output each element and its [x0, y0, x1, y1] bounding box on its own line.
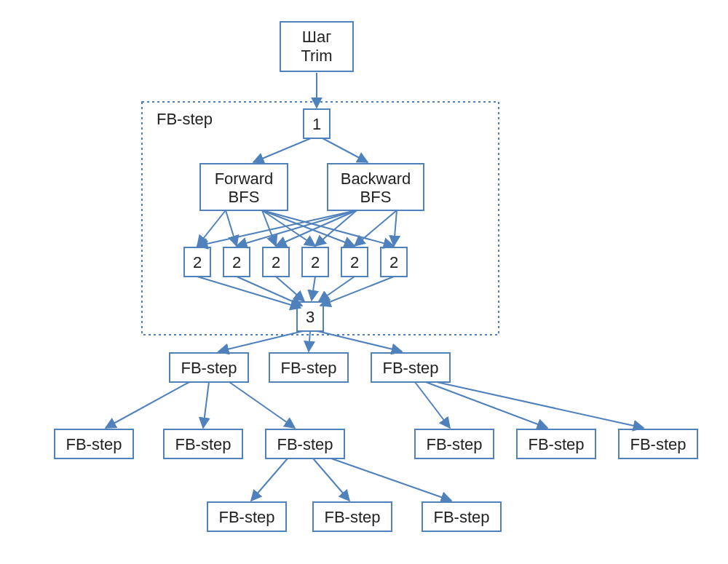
svg-text:FB-step: FB-step — [181, 359, 237, 377]
svg-text:FB-step: FB-step — [218, 508, 274, 526]
svg-text:2: 2 — [311, 253, 320, 271]
fb-step-r5-1: FB-step — [313, 502, 392, 531]
node-forward-bfs: Forward BFS — [200, 164, 288, 210]
node-backward-bfs: Backward BFS — [328, 164, 424, 210]
svg-text:FB-step: FB-step — [433, 508, 489, 526]
fb-step-r4-4: FB-step — [517, 429, 596, 458]
edge-1-to-bw — [323, 138, 368, 162]
svg-text:FB-step: FB-step — [426, 435, 482, 453]
node-two-0: 2 — [184, 247, 210, 277]
fb-step-r4-5: FB-step — [619, 429, 697, 458]
root-node: Шаг Trim — [280, 22, 353, 71]
svg-text:FB-step: FB-step — [382, 359, 438, 377]
fb-step-r5-0: FB-step — [207, 502, 286, 531]
node-two-4: 2 — [341, 247, 368, 277]
svg-text:Trim: Trim — [301, 47, 332, 65]
edge-2a-3 — [197, 277, 301, 308]
fb-step-group-label: FB-step — [157, 110, 213, 128]
node-3: 3 — [297, 302, 323, 331]
svg-text:2: 2 — [193, 253, 202, 271]
node-two-3: 2 — [302, 247, 328, 277]
svg-text:FB-step: FB-step — [277, 435, 333, 453]
svg-text:3: 3 — [306, 308, 314, 326]
edge-m0-r4-2 — [229, 382, 295, 428]
edge-m0-r4-1 — [203, 382, 209, 428]
svg-text:BFS: BFS — [229, 188, 260, 206]
edge-m2-r4-5 — [437, 382, 644, 428]
edge-fw-to-1 — [226, 210, 237, 246]
fb-step-mid-1: FB-step — [269, 353, 348, 382]
svg-text:BFS: BFS — [360, 188, 392, 206]
fb-step-mid-0: FB-step — [170, 353, 248, 382]
svg-text:FB-step: FB-step — [324, 508, 380, 526]
edge-m0-r4-0 — [106, 382, 189, 428]
edge-2e-3 — [319, 277, 355, 301]
edge-2f-3 — [320, 277, 394, 306]
edge-2d-3 — [312, 277, 315, 301]
fb-step-r4-3: FB-step — [415, 429, 494, 458]
edge-3-to-mid1 — [309, 331, 310, 351]
svg-text:FB-step: FB-step — [280, 359, 336, 377]
fb-step-r4-2: FB-step — [266, 429, 344, 458]
svg-text:FB-step: FB-step — [66, 435, 122, 453]
edge-r4c-r5-0 — [251, 458, 288, 501]
svg-text:Forward: Forward — [215, 170, 274, 188]
edge-r4c-r5-1 — [313, 458, 349, 501]
fb-step-mid-2: FB-step — [371, 353, 450, 382]
svg-text:2: 2 — [389, 253, 398, 271]
edge-2c-3 — [276, 277, 304, 301]
edge-bw-to-5 — [394, 210, 397, 246]
node-two-2: 2 — [263, 247, 289, 277]
fb-step-r4-0: FB-step — [55, 429, 133, 458]
svg-text:2: 2 — [350, 253, 359, 271]
svg-text:2: 2 — [272, 253, 280, 271]
svg-text:FB-step: FB-step — [528, 435, 584, 453]
fb-step-r5-2: FB-step — [422, 502, 501, 531]
svg-text:1: 1 — [312, 115, 321, 133]
edge-1-to-fw — [253, 138, 311, 162]
edge-fw-to-5 — [262, 210, 394, 246]
svg-text:FB-step: FB-step — [175, 435, 231, 453]
svg-text:2: 2 — [232, 253, 241, 271]
node-1: 1 — [304, 109, 330, 138]
svg-text:Шаг: Шаг — [302, 28, 331, 46]
svg-text:FB-step: FB-step — [630, 435, 686, 453]
node-two-5: 2 — [381, 247, 407, 277]
svg-text:Backward: Backward — [341, 170, 411, 188]
node-two-1: 2 — [223, 247, 250, 277]
fb-step-r4-1: FB-step — [164, 429, 242, 458]
edge-r4c-r5-2 — [331, 458, 451, 501]
